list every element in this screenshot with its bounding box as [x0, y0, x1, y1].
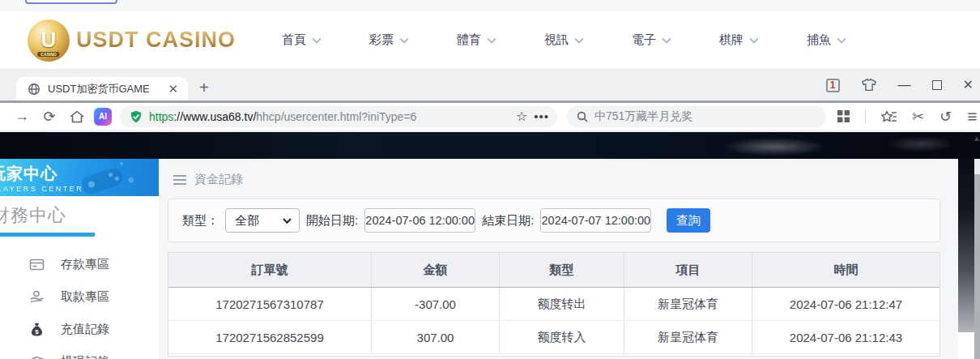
nav-item-fishing[interactable]: 捕魚: [807, 32, 846, 48]
table-row-partial: [168, 353, 940, 356]
cell-type: 额度转入: [499, 321, 624, 353]
scrollbar-thumb[interactable]: [974, 174, 980, 359]
cell-type: 额度转出: [499, 288, 624, 320]
sidebar-item-cashout-record[interactable]: 提現記錄: [0, 345, 159, 359]
player-center-banner: 玩家中心 PLAYERS CENTER: [0, 159, 159, 196]
cell-item: 新皇冠体育: [624, 321, 752, 353]
secure-shield-icon: [130, 110, 143, 123]
chevron-down-icon: [487, 37, 496, 44]
new-tab-button[interactable]: +: [199, 79, 209, 97]
tab-title: USDT加密货币GAME: [48, 82, 164, 96]
tabbar-right: 1 — ✕: [826, 70, 974, 100]
browser-toolbar: → ⟳ AI https://www.usa68.tv/hhcp/usercen…: [0, 103, 980, 130]
forward-button[interactable]: →: [8, 108, 36, 125]
section-menu-icon: [173, 175, 186, 185]
url-path: hhcp/usercenter.html?iniType=6: [256, 110, 416, 123]
window-close-button[interactable]: ✕: [963, 79, 974, 92]
filter-bar: 類型： 全部 開始日期: 結束日期: 查詢: [168, 199, 940, 242]
partial-top-button[interactable]: [25, 0, 117, 4]
sidebar-item-withdraw[interactable]: 取款專區: [0, 280, 159, 313]
table-row: 1720271567310787 -307.00 额度转出 新皇冠体育 2024…: [168, 288, 940, 320]
table-header-row: 訂單號 金額 類型 項目 時間: [168, 253, 940, 288]
chevron-down-icon: [574, 37, 584, 44]
chevron-down-icon: [399, 37, 409, 44]
sidebar-menu: 存款專區 取款專區 $ 充值記錄: [0, 248, 159, 359]
end-date-input[interactable]: [540, 208, 651, 233]
home-button[interactable]: [63, 109, 91, 124]
end-date-label: 結束日期:: [482, 213, 534, 229]
favorites-list-icon[interactable]: [881, 110, 897, 123]
funds-table: 訂單號 金額 類型 項目 時間 1720271567310787 -307.00…: [168, 252, 940, 357]
nav-item-slots[interactable]: 電子: [632, 32, 671, 48]
more-options-icon[interactable]: •••: [534, 109, 549, 123]
maximize-button[interactable]: [932, 80, 942, 90]
cell-time: 2024-07-06 21:12:43: [752, 321, 940, 353]
sidebar-item-recharge-record[interactable]: $ 充值記錄: [0, 313, 159, 345]
table-row: 1720271562852599 307.00 额度转入 新皇冠体育 2024-…: [168, 320, 940, 353]
search-icon: [577, 111, 588, 122]
toolbar-right-tools: ✂ ↺ ≡: [837, 107, 977, 126]
url-host: ://www.usa68.tv/: [173, 110, 256, 123]
withdraw-hand-icon: [29, 289, 45, 305]
main-nav: 首頁 彩票 體育 視訊 電子 棋牌 捕魚: [282, 32, 846, 48]
chevron-down-icon: [283, 218, 292, 224]
start-date-label: 開始日期:: [306, 213, 358, 229]
globe-icon: [28, 83, 40, 96]
sidebar: 玩家中心 PLAYERS CENTER 財務中心 存款專區: [0, 159, 159, 359]
hero-banner-dark: [0, 132, 980, 159]
top-strip: [0, 0, 980, 11]
nav-item-lottery[interactable]: 彩票: [369, 32, 409, 48]
page-title-text: 資金記錄: [194, 172, 243, 187]
theme-skin-icon[interactable]: [861, 78, 877, 92]
cell-order-no: 1720271562852599: [168, 321, 371, 353]
logo-text: USDT CASINO: [76, 28, 236, 53]
type-label: 類型：: [182, 213, 219, 229]
svg-text:$: $: [35, 327, 39, 335]
cell-order-no: 1720271567310787: [168, 288, 371, 320]
main-layout: 玩家中心 PLAYERS CENTER 財務中心 存款專區: [0, 159, 958, 359]
finance-center-title: 財務中心: [0, 203, 159, 228]
browser-menu-icon[interactable]: ≡: [967, 107, 977, 126]
undo-restore-icon[interactable]: ↺: [940, 108, 952, 126]
wallet-cashout-icon: [29, 354, 45, 359]
col-header-order-no: 訂單號: [168, 253, 371, 287]
browser-search-box[interactable]: 中751万藏半月兑奖: [567, 106, 826, 127]
nav-item-video[interactable]: 視訊: [544, 32, 584, 48]
apps-grid-icon[interactable]: [837, 110, 850, 122]
refresh-button[interactable]: ⟳: [36, 108, 63, 126]
cell-time: 2024-07-06 21:12:47: [752, 288, 940, 320]
logo-badge-icon: U CASINO: [28, 19, 70, 62]
scrollbar[interactable]: [974, 132, 980, 359]
ai-assistant-icon[interactable]: AI: [94, 108, 112, 126]
col-header-amount: 金額: [371, 253, 499, 287]
page-title: 資金記錄: [168, 159, 958, 199]
sidebar-item-deposit[interactable]: 存款專區: [0, 248, 159, 280]
address-bar[interactable]: https://www.usa68.tv/hhcp/usercenter.htm…: [120, 106, 557, 127]
tab-close-icon[interactable]: ✕: [164, 82, 181, 96]
bookmark-star-icon[interactable]: ☆: [509, 109, 534, 124]
browser-tab[interactable]: USDT加密货币GAME ✕: [16, 77, 188, 100]
toolbar-separator: [865, 110, 866, 123]
chevron-down-icon: [312, 37, 322, 44]
nav-item-home[interactable]: 首頁: [282, 32, 322, 48]
nav-item-sports[interactable]: 體育: [457, 32, 496, 48]
page-viewport: 玩家中心 PLAYERS CENTER 財務中心 存款專區: [0, 132, 980, 359]
start-date-input[interactable]: [364, 208, 475, 233]
page-dark-edge: [958, 159, 974, 332]
tab-strip: USDT加密货币GAME ✕ + 1 — ✕: [0, 70, 980, 100]
query-button[interactable]: 查詢: [667, 208, 710, 233]
search-hotword: 中751万藏半月兑奖: [594, 109, 692, 124]
url-scheme: https: [149, 110, 173, 123]
logo-ribbon: CASINO: [37, 52, 59, 57]
deposit-card-icon: [29, 257, 45, 272]
screenshot-scissors-icon[interactable]: ✂: [912, 108, 924, 126]
site-logo[interactable]: U CASINO USDT CASINO: [28, 19, 236, 62]
minimize-button[interactable]: —: [898, 79, 911, 92]
tab-count-badge[interactable]: 1: [826, 79, 840, 92]
scrollbar-up-arrow[interactable]: [974, 136, 979, 141]
col-header-item: 項目: [624, 253, 752, 287]
type-select[interactable]: 全部: [225, 208, 300, 233]
content-panel: 資金記錄 類型： 全部 開始日期: 結束日期: 查詢 訂單號 金額 類型: [159, 159, 958, 359]
nav-item-chess[interactable]: 棋牌: [719, 32, 759, 48]
chevron-down-icon: [662, 37, 671, 44]
